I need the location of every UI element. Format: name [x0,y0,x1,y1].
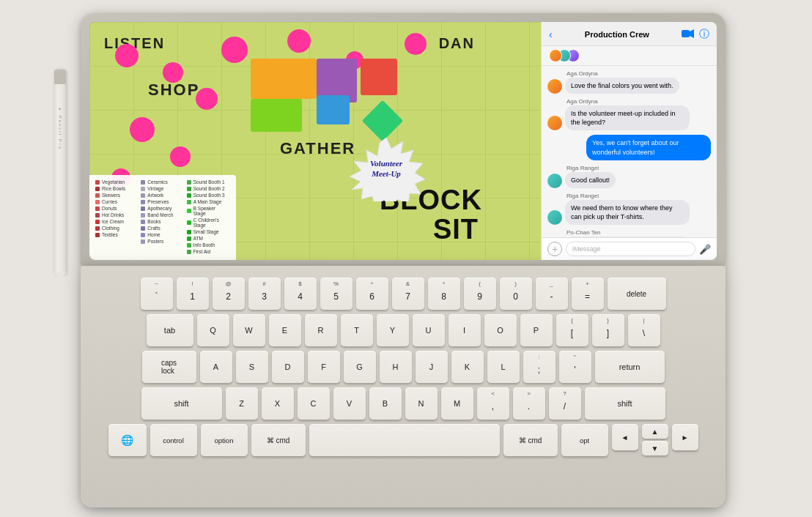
svg-marker-2 [690,29,694,38]
key-8[interactable]: *8 [428,278,460,310]
key-backtick[interactable]: ~` [141,278,173,310]
key-c[interactable]: C [298,387,330,420]
key-3[interactable]: #3 [248,278,281,310]
key-7[interactable]: &7 [392,278,424,310]
key-r[interactable]: R [305,314,337,346]
messages-header: ‹ Production Crew ⓘ [542,22,717,46]
key-caps-lock[interactable]: capslock [142,351,196,383]
message-input[interactable]: iMessage [566,242,695,256]
msg-bubble: Good callout! [565,172,616,188]
msg-sender: Aga Ordyna [565,98,690,105]
msg-sender: Po-Chan Ten [565,229,690,236]
map-label-dan: DAN [439,35,475,52]
key-x[interactable]: X [262,387,294,420]
key-w[interactable]: W [233,314,265,346]
key-arrow-right[interactable]: ► [672,424,698,450]
msg-avatar [547,79,562,94]
map-shape-orange [251,59,317,99]
key-cmd-right[interactable]: ⌘ cmd [503,424,558,456]
apple-pencil-pro: ✦ Pencil Pro [54,70,66,275]
key-y[interactable]: Y [377,314,409,346]
key-minus[interactable]: _- [536,278,568,310]
key-slash[interactable]: ?/ [549,387,581,420]
key-6[interactable]: ^6 [356,278,388,310]
key-bracket-open[interactable]: {[ [556,314,588,346]
key-5[interactable]: %5 [320,278,353,310]
key-o[interactable]: O [484,314,517,346]
key-1[interactable]: !1 [177,278,209,310]
key-h[interactable]: H [380,351,412,383]
key-globe[interactable]: 🌐 [108,424,147,456]
key-tab[interactable]: tab [147,314,193,346]
key-space[interactable] [309,424,500,456]
key-a[interactable]: A [200,351,232,383]
msg-bubble: We need them to know where they can pick… [565,200,690,225]
key-arrow-down[interactable]: ▼ [642,441,668,455]
msg-sender: Riga Rangel [565,193,690,199]
messages-panel: ‹ Production Crew ⓘ [541,22,717,260]
key-d[interactable]: D [272,351,304,383]
key-arrow-up[interactable]: ▲ [642,424,668,439]
avatar-1 [549,49,562,62]
key-l[interactable]: L [487,351,520,383]
key-cmd-left[interactable]: ⌘ cmd [251,424,306,456]
key-i[interactable]: I [449,314,481,346]
video-call-button[interactable] [682,29,695,40]
scene: LISTEN SHOP GATHER BLOCK SIT DAN [0,0,812,517]
key-4[interactable]: $4 [284,278,317,310]
key-0[interactable]: )0 [500,278,532,310]
key-q[interactable]: Q [197,314,229,346]
key-return[interactable]: return [595,351,665,383]
key-quote[interactable]: "' [559,351,591,383]
keyboard-row-bottom: 🌐 control option ⌘ cmd ⌘ cmd opt ◄ ▲ ▼ ► [95,424,711,456]
key-comma[interactable]: <, [477,387,509,420]
key-semicolon[interactable]: :; [523,351,556,383]
key-option[interactable]: option [201,424,248,456]
mic-button[interactable]: 🎤 [699,244,711,255]
key-shift-left[interactable]: shift [141,387,222,420]
legend: Vegetarian Rice Bowls Skewers Curries Do… [89,175,236,260]
key-shift-right[interactable]: shift [585,387,665,420]
key-arrow-left[interactable]: ◄ [612,424,638,450]
key-equals[interactable]: += [572,278,604,310]
key-n[interactable]: N [405,387,438,420]
key-b[interactable]: B [369,387,402,420]
key-bracket-close[interactable]: }] [592,314,624,346]
message-row: Riga Rangel We need them to know where t… [547,193,711,225]
key-g[interactable]: G [344,351,376,383]
key-2[interactable]: @2 [213,278,245,310]
key-s[interactable]: S [236,351,268,383]
ipad-screen: LISTEN SHOP GATHER BLOCK SIT DAN [89,22,717,260]
key-9[interactable]: (9 [464,278,496,310]
message-row: Aga Ordyna Is the volunteer meet-up incl… [547,98,711,130]
key-e[interactable]: E [269,314,301,346]
add-attachment-button[interactable]: + [547,242,562,256]
msg-bubble-wrap: Riga Rangel We need them to know where t… [565,193,690,225]
key-opt-right[interactable]: opt [561,424,608,456]
key-p[interactable]: P [520,314,553,346]
key-t[interactable]: T [341,314,373,346]
map-label-shop: SHOP [148,81,199,100]
msg-bubble: Is the volunteer meet-up included in the… [565,105,690,130]
info-button[interactable]: ⓘ [699,28,709,41]
key-z[interactable]: Z [226,387,258,420]
map-pink-circle [287,29,311,53]
keyboard-row-zxcv: shift Z X C V B N M <, >. ?/ shift [95,387,711,420]
key-period[interactable]: >. [513,387,545,420]
key-k[interactable]: K [451,351,484,383]
key-u[interactable]: U [413,314,445,346]
keyboard: ~` !1 @2 #3 $4 %5 ^6 &7 *8 (9 )0 _- += d… [81,266,726,507]
key-delete[interactable]: delete [608,278,666,310]
map-pink-circle [163,62,183,83]
key-v[interactable]: V [333,387,366,420]
map-pink-circle [405,33,427,55]
msg-bubble-wrap: Riga Rangel Good callout! [565,165,616,188]
key-j[interactable]: J [416,351,448,383]
key-backslash[interactable]: |\ [628,314,660,346]
keyboard-row-numbers: ~` !1 @2 #3 $4 %5 ^6 &7 *8 (9 )0 _- += d… [95,278,711,310]
key-m[interactable]: M [441,387,473,420]
key-control[interactable]: control [150,424,197,456]
key-f[interactable]: F [308,351,340,383]
pencil-top [54,70,66,84]
group-name: Production Crew [553,30,682,39]
